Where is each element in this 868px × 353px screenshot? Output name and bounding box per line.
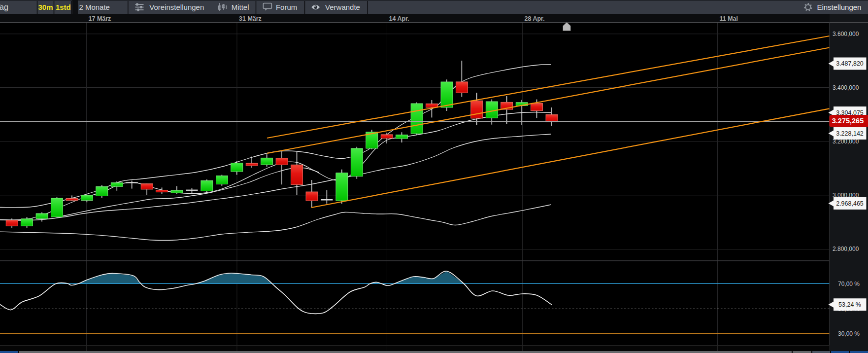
svg-text:70,00 %: 70,00 %	[838, 281, 860, 287]
svg-text:17 März: 17 März	[89, 15, 111, 22]
svg-text:14 Apr.: 14 Apr.	[389, 15, 409, 22]
svg-text:Forum: Forum	[276, 3, 297, 11]
svg-text:30m: 30m	[38, 3, 53, 11]
svg-text:Mittel: Mittel	[232, 3, 249, 11]
svg-text:3.487,820: 3.487,820	[836, 60, 864, 67]
svg-text:3.400,000: 3.400,000	[833, 84, 859, 91]
svg-text:2.800,000: 2.800,000	[833, 246, 859, 252]
svg-text:Verwandte: Verwandte	[325, 3, 360, 11]
svg-text:2.968,465: 2.968,465	[836, 200, 864, 207]
svg-text:30,00 %: 30,00 %	[838, 330, 860, 337]
svg-text:Tag: Tag	[0, 3, 8, 11]
svg-text:3.228,142: 3.228,142	[836, 130, 864, 137]
svg-text:31 März: 31 März	[239, 15, 262, 22]
svg-text:3.600,000: 3.600,000	[833, 31, 859, 37]
svg-text:53,24 %: 53,24 %	[838, 301, 861, 308]
svg-text:11 Mai: 11 Mai	[720, 15, 738, 22]
svg-text:2 Monate: 2 Monate	[79, 3, 110, 11]
svg-text:3.275,265: 3.275,265	[832, 117, 864, 125]
svg-text:1std: 1std	[56, 3, 71, 11]
svg-text:Voreinstellungen: Voreinstellungen	[149, 3, 204, 11]
svg-text:Einstellungen: Einstellungen	[817, 3, 861, 11]
svg-text:28 Apr.: 28 Apr.	[525, 15, 545, 22]
